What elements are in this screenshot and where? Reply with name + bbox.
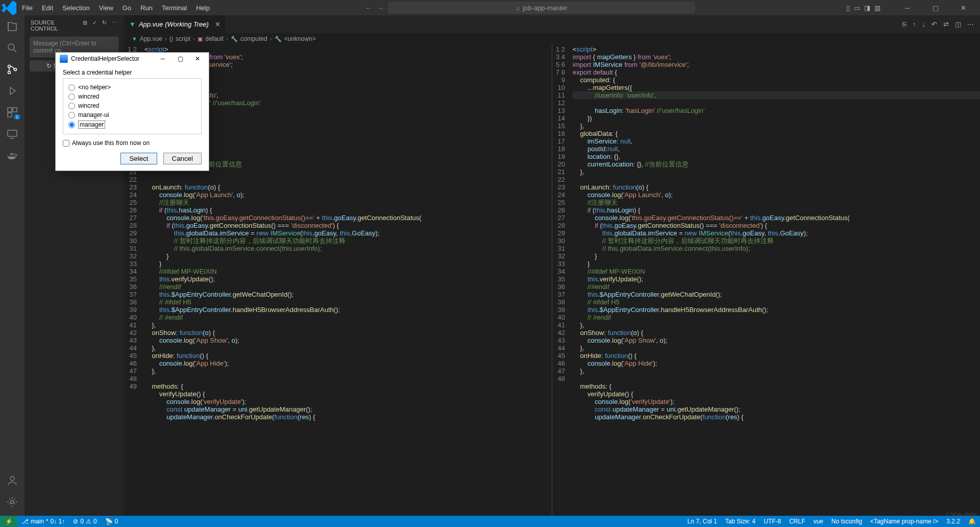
app-icon	[60, 55, 68, 63]
title-bar: FileEditSelectionViewGoRunTerminalHelp ←…	[0, 0, 980, 15]
encoding-indicator[interactable]: UTF-8	[760, 518, 785, 525]
sidebar-title: SOURCE CONTROL	[31, 19, 83, 32]
menu-view[interactable]: View	[95, 2, 117, 14]
indent-indicator[interactable]: Tab Size: 4	[721, 518, 760, 525]
dialog-title: CredentialHelperSelector	[71, 55, 139, 62]
breadcrumb-item[interactable]: script	[176, 35, 190, 42]
ports-indicator[interactable]: 📡 0	[101, 518, 122, 525]
tag-indicator[interactable]: <TagName prop-name />	[866, 518, 942, 525]
menu-file[interactable]: File	[18, 2, 37, 14]
refresh-icon[interactable]: ↻	[102, 19, 107, 32]
always-checkbox[interactable]	[63, 140, 69, 147]
watermark: CSDN @#%	[946, 512, 977, 518]
notifications-icon[interactable]: 🔔	[964, 518, 980, 525]
menu-edit[interactable]: Edit	[38, 2, 57, 14]
svg-point-0	[8, 44, 14, 50]
credential-helper-dialog: CredentialHelperSelector ─ ▢ ✕ Select a …	[55, 52, 209, 171]
svg-point-2	[8, 71, 11, 74]
nav-back-icon[interactable]: ←	[365, 4, 372, 12]
debug-icon[interactable]	[6, 85, 18, 97]
more-icon[interactable]: ⋯	[112, 19, 117, 32]
menu-run[interactable]: Run	[136, 2, 157, 14]
eol-indicator[interactable]: CRLF	[785, 518, 809, 525]
editor-tabs: ▼ App.vue (Working Tree) ✕ ⎘ ↑ ↓ ↶ ⇄ ◫ ⋯	[124, 15, 980, 33]
vue-icon: ▼	[129, 20, 136, 28]
tsconfig-indicator[interactable]: No tsconfig	[827, 518, 866, 525]
cursor-position[interactable]: Ln 7, Col 1	[683, 518, 721, 525]
credential-option[interactable]: manager	[68, 119, 196, 130]
split-icon[interactable]: ◫	[955, 20, 961, 28]
vscode-logo-icon	[0, 0, 18, 17]
credential-option[interactable]: <no helper>	[68, 83, 196, 92]
minimize-button[interactable]: ─	[156, 55, 170, 62]
menu-go[interactable]: Go	[118, 2, 135, 14]
scm-icon[interactable]	[6, 63, 18, 76]
svg-rect-6	[8, 113, 12, 117]
branch-indicator[interactable]: ⎇ main* 0↓ 1↑	[17, 518, 69, 525]
remote-icon[interactable]	[6, 128, 18, 140]
docker-icon[interactable]	[6, 149, 18, 161]
svg-point-3	[14, 68, 17, 71]
cancel-button[interactable]: Cancel	[163, 153, 202, 164]
menu-help[interactable]: Help	[192, 2, 214, 14]
customize-icon[interactable]: ▥	[874, 4, 880, 12]
revert-icon[interactable]: ↶	[932, 20, 937, 28]
explorer-icon[interactable]	[6, 20, 18, 33]
nav-fwd-icon[interactable]: →	[377, 4, 383, 12]
breadcrumb-item[interactable]: computed	[240, 35, 267, 42]
dialog-prompt: Select a credential helper	[63, 69, 202, 76]
more-icon[interactable]: ⋯	[967, 20, 974, 28]
problems-indicator[interactable]: ⊘ 0 ⚠ 0	[69, 518, 101, 525]
layout-icon[interactable]: ▯	[846, 4, 850, 12]
diff-right-pane[interactable]: 1 2 3 4 5 6 7 8 9 10 11 12 13 14 15 16 1…	[552, 44, 980, 516]
svg-rect-7	[8, 130, 17, 136]
tree-icon[interactable]: ⊞	[83, 19, 87, 32]
credential-option[interactable]: manager-ui	[68, 110, 196, 119]
account-icon[interactable]	[6, 474, 18, 487]
minimize-button[interactable]: ─	[896, 4, 919, 12]
gear-icon[interactable]	[6, 496, 18, 508]
maximize-button[interactable]: ▢	[924, 4, 947, 12]
extensions-icon[interactable]: 1	[6, 106, 18, 118]
svg-point-8	[10, 476, 14, 481]
menu-terminal[interactable]: Terminal	[158, 2, 191, 14]
svg-point-1	[8, 65, 11, 68]
credential-option[interactable]: wincred	[68, 92, 196, 101]
close-icon[interactable]: ✕	[215, 20, 220, 28]
version-indicator[interactable]: 3.2.2	[942, 518, 964, 525]
activity-bar: 1	[0, 15, 24, 516]
command-center[interactable]: ⌕job-app-master	[388, 2, 695, 13]
breadcrumb[interactable]: ▼ App.vue›{} script›▣ default›🔧 computed…	[124, 33, 980, 44]
language-indicator[interactable]: vue	[810, 518, 827, 525]
status-bar: ⚡ ⎇ main* 0↓ 1↑ ⊘ 0 ⚠ 0 📡 0 Ln 7, Col 1 …	[0, 516, 980, 527]
diff-icon[interactable]: ⇄	[943, 20, 949, 28]
panel-icon[interactable]: ▭	[854, 4, 860, 12]
close-button[interactable]: ✕	[190, 55, 205, 62]
svg-point-9	[11, 500, 14, 504]
credential-option[interactable]: wincred	[68, 101, 196, 110]
search-icon[interactable]	[6, 42, 18, 54]
svg-rect-5	[13, 108, 17, 112]
close-button[interactable]: ✕	[952, 4, 975, 12]
sidebar-right-icon[interactable]: ◨	[864, 4, 870, 12]
arrow-down-icon[interactable]: ↓	[922, 20, 926, 28]
tab-app-vue[interactable]: ▼ App.vue (Working Tree) ✕	[124, 15, 226, 33]
open-changes-icon[interactable]: ⎘	[902, 20, 906, 28]
remote-button[interactable]: ⚡	[0, 516, 17, 527]
search-icon: ⌕	[516, 4, 520, 12]
check-icon[interactable]: ✓	[92, 19, 97, 32]
select-button[interactable]: Select	[120, 153, 157, 164]
breadcrumb-item[interactable]: App.vue	[140, 35, 162, 42]
breadcrumb-item[interactable]: default	[205, 35, 224, 42]
menu-selection[interactable]: Selection	[58, 2, 93, 14]
breadcrumb-item[interactable]: <unknown>	[284, 35, 316, 42]
arrow-up-icon[interactable]: ↑	[913, 20, 916, 28]
svg-rect-4	[8, 108, 12, 112]
maximize-button[interactable]: ▢	[173, 55, 187, 62]
